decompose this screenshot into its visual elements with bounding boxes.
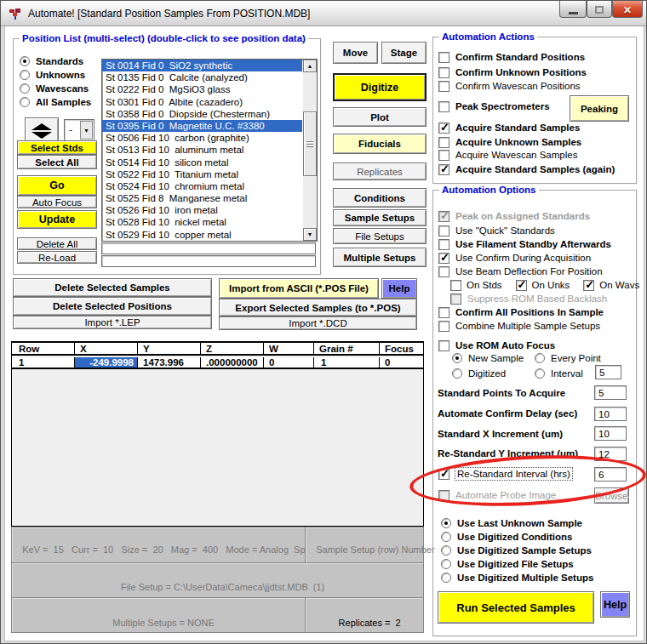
radio-icon[interactable] <box>535 368 545 379</box>
checkbox-icon[interactable] <box>438 81 449 92</box>
maximize-button[interactable] <box>587 1 612 18</box>
radio-icon[interactable] <box>452 368 462 379</box>
checkbox-on-stds[interactable] <box>450 280 461 291</box>
list-item[interactable]: St 0529 Fid 10 copper metal <box>102 229 302 241</box>
checkbox-icon[interactable] <box>438 123 449 134</box>
radio-icon[interactable] <box>20 83 30 94</box>
list-item[interactable]: St 0014 Fid 0 SiO2 synthetic <box>102 60 302 71</box>
import-dcd-button[interactable]: Import *.DCD <box>219 316 417 330</box>
checkbox-use-filament-standby[interactable]: Use Filament Standby Afterwards <box>438 238 611 250</box>
grid-cell-row[interactable]: 1 <box>12 357 74 368</box>
position-info-field-2[interactable] <box>101 255 316 267</box>
radio-use-digitized-sample-setups[interactable]: Use Digitized Sample Setups <box>441 544 592 556</box>
list-item[interactable]: St 0135 Fid 0 Calcite (analyzed) <box>102 71 302 83</box>
grid-cell-z[interactable]: .000000000 <box>200 357 263 368</box>
checkbox-peak-on-assigned-standards[interactable]: Peak on Assigned Standards <box>438 210 590 222</box>
sample-setups-button[interactable]: Sample Setups <box>333 209 427 226</box>
grid-cell-focus[interactable]: 0 <box>379 357 423 368</box>
checkbox-icon[interactable] <box>438 150 449 161</box>
delete-selected-samples-button[interactable]: Delete Selected Samples <box>13 278 212 297</box>
checkbox-use-rom-auto-focus[interactable]: Use ROM Auto Focus <box>438 339 555 351</box>
checkbox-use-beam-deflection[interactable]: Use Beam Deflection For Position <box>438 265 603 277</box>
run-selected-samples-button[interactable]: Run Selected Samples <box>438 591 594 624</box>
radio-icon[interactable] <box>441 518 451 528</box>
radio-use-digitized-conditions[interactable]: Use Digitized Conditions <box>441 531 572 543</box>
checkbox-icon[interactable] <box>438 307 449 318</box>
position-listbox[interactable]: St 0014 Fid 0 SiO2 synthetic St 0135 Fid… <box>101 59 318 242</box>
checkbox-acquire-unknown-samples[interactable]: Acquire Unknown Samples <box>438 136 581 148</box>
radio-new-sample[interactable]: New Sample <box>452 352 524 364</box>
checkbox-acquire-standard-samples-again[interactable]: Acquire Standard Samples (again) <box>438 163 615 175</box>
fiducials-button[interactable]: Fiducials <box>333 134 427 154</box>
checkbox-restandard-interval[interactable]: Re-Standard Interval (hrs) <box>438 468 572 480</box>
import-ascii-button[interactable]: Import from ASCII (*.POS File) <box>219 278 379 299</box>
list-item[interactable]: St 0358 Fid 0 Diopside (Chesterman) <box>102 108 302 120</box>
auto-focus-button[interactable]: Auto Focus <box>17 196 97 208</box>
checkbox-acquire-wavescan-samples[interactable]: Acquire Wavescan Samples <box>438 149 577 161</box>
delete-selected-positions-button[interactable]: Delete Selected Positions <box>13 297 212 316</box>
checkbox-icon[interactable] <box>438 239 449 250</box>
checkbox-icon[interactable] <box>438 67 449 78</box>
checkbox-icon[interactable] <box>438 211 449 222</box>
list-item[interactable]: St 0526 Fid 10 iron metal <box>102 204 302 216</box>
radio-use-digitized-file-setups[interactable]: Use Digitized File Setups <box>441 558 574 570</box>
radio-unknowns[interactable]: Unknowns <box>20 69 85 81</box>
checkbox-confirm-unknown-positions[interactable]: Confirm Unknown Positions <box>438 66 587 78</box>
radio-icon[interactable] <box>441 559 451 569</box>
grid-cell-y[interactable]: 1473.996 <box>137 357 200 368</box>
x-increment-input[interactable]: 10 <box>594 426 627 441</box>
list-item[interactable]: St 0514 Fid 10 silicon metal <box>102 157 302 168</box>
checkbox-on-unks[interactable] <box>516 280 527 291</box>
checkbox-combine-multiple-setups[interactable]: Combine Multiple Sample Setups <box>438 320 600 332</box>
go-button[interactable]: Go <box>17 175 97 196</box>
standard-points-input[interactable]: 5 <box>594 385 627 400</box>
radio-icon[interactable] <box>441 532 451 542</box>
import-lep-button[interactable]: Import *.LEP <box>13 316 212 329</box>
checkbox-use-quick-standards[interactable]: Use "Quick" Standards <box>438 225 555 237</box>
checkbox-icon[interactable] <box>438 266 449 277</box>
checkbox-confirm-all-positions[interactable]: Confirm All Positions In Sample <box>438 306 604 318</box>
checkbox-confirm-standard-positions[interactable]: Confirm Standard Positions <box>438 51 585 63</box>
radio-every-point[interactable]: Every Point <box>535 352 601 364</box>
peaking-button[interactable]: Peaking <box>570 95 629 122</box>
plot-button[interactable]: Plot <box>333 107 427 127</box>
checkbox-icon[interactable] <box>438 52 449 63</box>
checkbox-icon[interactable] <box>438 490 449 501</box>
replicates-button[interactable]: Replicates <box>333 162 427 180</box>
scroll-up-icon[interactable] <box>303 60 317 72</box>
radio-icon[interactable] <box>441 545 451 556</box>
checkbox-icon[interactable] <box>438 321 449 332</box>
radio-interval[interactable]: Interval <box>535 368 583 379</box>
scroll-down-icon[interactable] <box>303 228 317 241</box>
scrollbar-thumb[interactable] <box>303 111 317 176</box>
help-button-bottom[interactable]: Help <box>600 591 630 618</box>
reload-button[interactable]: Re-Load <box>17 251 97 264</box>
radio-icon[interactable] <box>20 97 30 107</box>
file-setups-button[interactable]: File Setups <box>333 228 427 244</box>
grid-cell-grain[interactable]: 1 <box>313 357 379 368</box>
sort-column-dropdown[interactable]: - <box>64 119 94 141</box>
position-info-field-1[interactable] <box>101 242 316 254</box>
multiple-setups-button[interactable]: Multiple Setups <box>333 248 427 267</box>
checkbox-on-wavs[interactable] <box>583 280 594 291</box>
checkbox-icon[interactable] <box>438 137 449 148</box>
stage-button[interactable]: Stage <box>381 42 427 64</box>
radio-icon[interactable] <box>441 573 451 583</box>
update-button[interactable]: Update <box>17 210 97 229</box>
grid-cell-w[interactable]: 0 <box>263 357 313 368</box>
grid-data-row[interactable]: 1 -249.9998 1473.996 .000000000 0 1 0 <box>12 357 423 369</box>
conditions-button[interactable]: Conditions <box>333 188 427 208</box>
checkbox-icon[interactable] <box>450 294 461 305</box>
checkbox-suppress-rom-backlash[interactable]: Suppress ROM Based Backlash <box>450 293 607 305</box>
radio-digitized[interactable]: Digitized <box>452 368 506 379</box>
delete-all-button[interactable]: Delete All <box>17 237 97 250</box>
select-stds-button[interactable]: Select Stds <box>17 140 97 155</box>
checkbox-icon[interactable] <box>438 225 449 237</box>
restandard-interval-input[interactable]: 6 <box>594 467 627 482</box>
confirm-delay-input[interactable]: 10 <box>594 407 627 421</box>
radio-all-samples[interactable]: All Samples <box>20 96 91 108</box>
list-item[interactable]: St 0528 Fid 10 nickel metal <box>102 216 302 228</box>
checkbox-icon[interactable] <box>438 101 449 112</box>
minimize-button[interactable] <box>559 1 587 18</box>
list-item[interactable]: St 0506 Fid 10 carbon (graphite) <box>102 132 302 144</box>
